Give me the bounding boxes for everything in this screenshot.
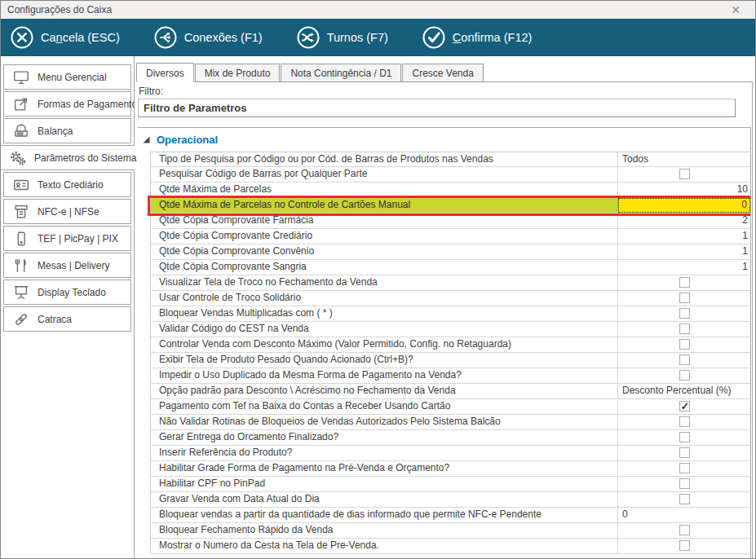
settings-row[interactable]: Mostrar o Numero da Cesta na Tela de Pre… — [150, 539, 750, 554]
setting-value-cell[interactable] — [618, 492, 750, 507]
settings-row[interactable]: Opção padrão para Desconto \ Acréscimo n… — [150, 384, 750, 399]
row-checkbox[interactable] — [679, 324, 690, 334]
connections-circle-icon — [153, 25, 178, 50]
sidebar-item-mesas-delivery[interactable]: Mesas | Delivery — [3, 253, 131, 278]
settings-row[interactable]: Validar Código do CEST na Venda — [150, 322, 750, 337]
row-checkbox[interactable] — [679, 432, 690, 442]
setting-label: Qtde Cópia Comprovante Convênio — [151, 244, 618, 259]
row-checkbox[interactable] — [679, 308, 690, 319]
setting-value-cell[interactable] — [618, 322, 750, 337]
row-checkbox[interactable] — [679, 540, 690, 551]
window-body: Menu GerencialFormas de PagamentoBalança… — [1, 56, 755, 558]
settings-row[interactable]: Qtde Cópia Comprovante Convênio1 — [150, 244, 750, 260]
filter-input[interactable] — [138, 99, 736, 117]
settings-row[interactable]: Impedir o Uso Duplicado da Mesma Forma d… — [150, 368, 750, 384]
sidebar-item-catraca[interactable]: Catraca — [3, 306, 131, 332]
group-expand-icon[interactable] — [142, 135, 151, 144]
receipt-printer-icon — [4, 203, 38, 221]
toolbar: Cancela (ESC)Conexões (F1)Turnos (F7)Con… — [1, 19, 755, 56]
setting-value-cell[interactable]: Desconto Percentual (%) — [618, 384, 750, 398]
shifts-button[interactable]: Turnos (F7) — [296, 25, 388, 50]
settings-row[interactable]: Habilitar CPF no PinPad — [150, 477, 750, 492]
settings-row[interactable]: Bloquear Vendas Multiplicadas com ( * ) — [150, 306, 750, 322]
sidebar-item-tef-picpay-pix[interactable]: TEF | PicPay | PIX — [3, 226, 131, 251]
settings-row[interactable]: Bloquear Fechamento Rápido da Venda — [150, 523, 750, 539]
setting-value-cell[interactable] — [618, 539, 750, 553]
row-checkbox[interactable] — [679, 277, 690, 288]
sidebar-item-menu-gerencial[interactable]: Menu Gerencial — [3, 64, 131, 90]
setting-value-cell[interactable]: 0 — [618, 198, 750, 213]
close-icon[interactable]: ✕ — [731, 4, 741, 15]
sidebar-item-balan-a[interactable]: Balança — [3, 118, 131, 143]
row-checkbox[interactable] — [679, 339, 690, 350]
sidebar-item-par-metros-do-sistema[interactable]: Parâmetros do Sistema — [1, 145, 135, 170]
cancel-button[interactable]: Cancela (ESC) — [10, 25, 120, 50]
settings-row[interactable]: Usar Controle de Troco Solidário — [150, 291, 750, 306]
setting-value-cell[interactable]: 10 — [618, 183, 750, 197]
settings-row[interactable]: Qtde Cópia Comprovante Sangria1 — [150, 260, 750, 275]
monitor-icon — [4, 68, 38, 86]
tab-mix-de-produto[interactable]: Mix de Produto — [195, 64, 281, 82]
settings-row[interactable]: Gerar Entrega do Orcamento Finalizado? — [150, 430, 750, 446]
setting-value-cell[interactable] — [618, 415, 750, 429]
filter-label: Filtro: — [139, 86, 163, 97]
setting-value-cell[interactable] — [618, 306, 750, 321]
setting-value-cell[interactable] — [618, 461, 750, 476]
row-checkbox[interactable] — [679, 447, 690, 458]
setting-value-cell[interactable] — [618, 337, 750, 352]
sidebar-item-nfc-e-nfse[interactable]: NFC-e | NFSe — [3, 199, 131, 224]
row-checkbox[interactable] — [679, 370, 690, 381]
tab-diversos[interactable]: Diversos — [136, 63, 194, 82]
row-checkbox[interactable] — [679, 494, 690, 504]
settings-row[interactable]: Tipo de Pesquisa por Código ou por Cód. … — [150, 152, 750, 167]
row-checkbox[interactable] — [679, 416, 690, 427]
setting-label: Qtde Máxima de Parcelas no Controle de C… — [151, 198, 618, 213]
setting-value-cell[interactable]: 1 — [618, 229, 750, 244]
group-row-operacional[interactable]: Operacional — [138, 128, 750, 152]
settings-row[interactable]: Pesquisar Código de Barras por Qualquer … — [150, 167, 750, 183]
connections-button[interactable]: Conexões (F1) — [153, 25, 263, 50]
setting-value-cell[interactable] — [618, 446, 750, 460]
tab-cresce-venda[interactable]: Cresce Venda — [402, 64, 483, 82]
settings-row[interactable]: Qtde Cópia Comprovante Farmácia2 — [150, 213, 750, 229]
row-checkbox[interactable] — [679, 401, 690, 412]
setting-value-cell[interactable]: 0 — [618, 508, 750, 522]
settings-row[interactable]: Qtde Máxima de Parcelas10 — [150, 183, 750, 198]
confirm-button[interactable]: Confirma (F12) — [422, 25, 533, 50]
setting-value-cell[interactable] — [618, 399, 750, 414]
settings-row[interactable]: Gravar Venda com Data Atual do Dia — [150, 492, 750, 508]
setting-value-cell[interactable]: 1 — [618, 260, 750, 275]
setting-value-cell[interactable]: 1 — [618, 244, 750, 259]
setting-label: Opção padrão para Desconto \ Acréscimo n… — [151, 384, 618, 398]
sidebar-item-formas-de-pagamento[interactable]: Formas de Pagamento — [3, 91, 131, 117]
row-checkbox[interactable] — [679, 293, 690, 303]
setting-value-cell[interactable] — [618, 275, 750, 290]
sidebar-item-display-teclado[interactable]: Display Teclado — [3, 280, 131, 305]
setting-value-cell[interactable]: 2 — [618, 213, 750, 228]
setting-value-cell[interactable] — [618, 477, 750, 491]
settings-row[interactable]: Qtde Máxima de Parcelas no Controle de C… — [150, 198, 750, 213]
settings-row[interactable]: Exibir Tela de Produto Pesado Quando Aci… — [150, 353, 750, 368]
setting-value-cell[interactable] — [618, 291, 750, 306]
row-checkbox[interactable] — [679, 354, 690, 365]
setting-value-cell[interactable] — [618, 430, 750, 445]
setting-value-cell[interactable] — [618, 523, 750, 538]
setting-value-cell[interactable] — [618, 368, 750, 383]
setting-value-cell[interactable] — [618, 353, 750, 368]
settings-row[interactable]: Visualizar Tela de Troco no Fechamento d… — [150, 275, 750, 291]
settings-row[interactable]: Inserir Referência do Produto? — [150, 446, 750, 461]
settings-row[interactable]: Pagamento com Tef na Baixa do Contas a R… — [150, 399, 750, 415]
row-checkbox[interactable] — [679, 525, 690, 535]
settings-row[interactable]: Não Validar Rotinas de Bloqueios de Vend… — [150, 415, 750, 430]
settings-row[interactable]: Habilitar Grade Forma de Pagamento na Pr… — [150, 461, 750, 477]
settings-row[interactable]: Qtde Cópia Comprovante Crediário1 — [150, 229, 750, 244]
row-checkbox[interactable] — [679, 478, 690, 489]
setting-value-cell[interactable] — [618, 167, 750, 182]
setting-value-cell[interactable]: Todos — [618, 152, 750, 166]
sidebar-item-texto-credi-rio[interactable]: Texto Crediário — [3, 172, 131, 197]
tab-nota-conting-ncia-d1[interactable]: Nota Contingência / D1 — [281, 64, 401, 82]
settings-row[interactable]: Bloquear vendas a partir da quantidade d… — [150, 508, 750, 523]
row-checkbox[interactable] — [679, 169, 690, 179]
row-checkbox[interactable] — [679, 463, 690, 473]
settings-row[interactable]: Controlar Venda com Desconto Máximo (Val… — [150, 337, 750, 353]
